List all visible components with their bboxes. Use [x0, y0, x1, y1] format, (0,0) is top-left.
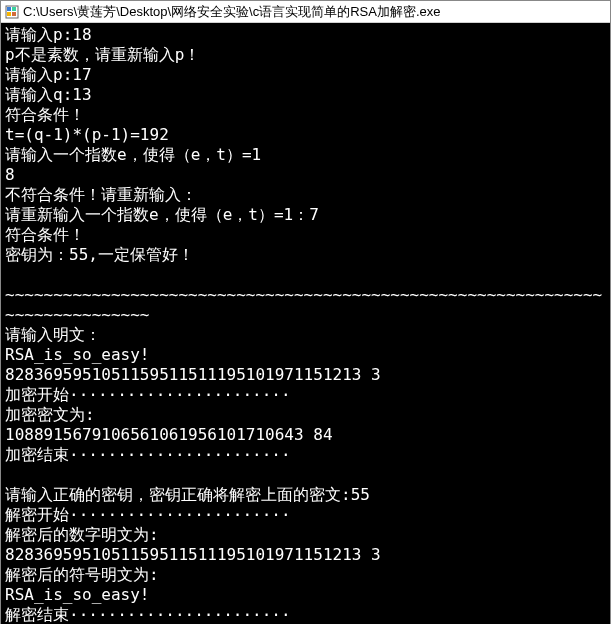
svg-rect-1 [7, 7, 11, 11]
app-icon [5, 5, 19, 19]
svg-rect-2 [12, 7, 16, 11]
console-line: 符合条件！ [5, 225, 606, 245]
console-line: t=(q-1)*(p-1)=192 [5, 125, 606, 145]
title-bar[interactable]: C:\Users\黄莲芳\Desktop\网络安全实验\c语言实现简单的RSA加… [1, 1, 610, 23]
console-line: RSA_is_so_easy! [5, 585, 606, 605]
console-line: 密钥为：55,一定保管好！ [5, 245, 606, 265]
console-line: 解密结束······················· [5, 605, 606, 624]
console-line: 加密密文为: [5, 405, 606, 425]
console-line: 解密后的符号明文为: [5, 565, 606, 585]
console-line: 8 [5, 165, 606, 185]
console-window: C:\Users\黄莲芳\Desktop\网络安全实验\c语言实现简单的RSA加… [0, 0, 611, 624]
svg-rect-3 [7, 12, 11, 16]
console-output[interactable]: 请输入p:18p不是素数，请重新输入p！请输入p:17请输入q:13符合条件！t… [1, 23, 610, 624]
console-line: 加密结束······················· [5, 445, 606, 465]
console-line: 解密开始······················· [5, 505, 606, 525]
console-line: 请输入一个指数e，使得（e，t）=1 [5, 145, 606, 165]
console-line: 符合条件！ [5, 105, 606, 125]
console-line: 解密后的数字明文为: [5, 525, 606, 545]
console-line: 8283695951051159511511195101971151213 3 [5, 545, 606, 565]
console-line: 请输入q:13 [5, 85, 606, 105]
console-line: 加密开始······················· [5, 385, 606, 405]
console-line: p不是素数，请重新输入p！ [5, 45, 606, 65]
console-line: 请输入p:17 [5, 65, 606, 85]
console-line: 请输入明文： [5, 325, 606, 345]
console-line: ~~~~~~~~~~~~~~~~~~~~~~~~~~~~~~~~~~~~~~~~… [5, 285, 606, 325]
console-line: RSA_is_so_easy! [5, 345, 606, 365]
console-line: 请重新输入一个指数e，使得（e，t）=1：7 [5, 205, 606, 225]
console-line: 1088915679106561061956101710643 84 [5, 425, 606, 445]
console-line: 不符合条件！请重新输入： [5, 185, 606, 205]
console-line: 请输入正确的密钥，密钥正确将解密上面的密文:55 [5, 485, 606, 505]
svg-rect-4 [12, 12, 16, 16]
window-title: C:\Users\黄莲芳\Desktop\网络安全实验\c语言实现简单的RSA加… [23, 3, 441, 21]
console-line: 请输入p:18 [5, 25, 606, 45]
console-line [5, 465, 606, 485]
console-line: 8283695951051159511511195101971151213 3 [5, 365, 606, 385]
console-line [5, 265, 606, 285]
